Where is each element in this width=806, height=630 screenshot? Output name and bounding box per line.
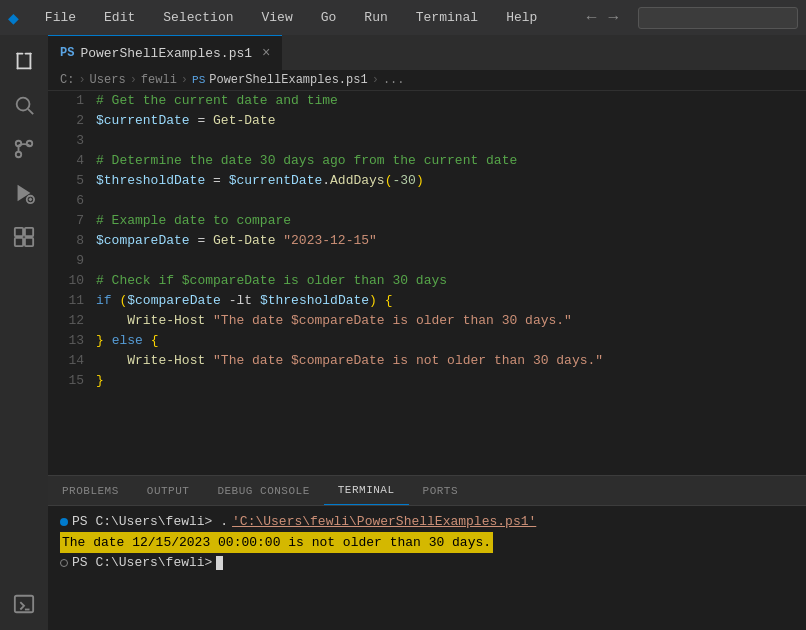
terminal-script-path: 'C:\Users\fewli\PowerShellExamples.ps1' [232, 512, 536, 532]
code-line-1: # Get the current date and time [96, 91, 806, 111]
menubar: ◆ File Edit Selection View Go Run Termin… [0, 0, 806, 35]
code-line-7: # Example date to compare [96, 211, 806, 231]
code-line-2: $currentDate = Get-Date [96, 111, 806, 131]
terminal-dot-white [60, 559, 68, 567]
breadcrumb: C: › Users › fewli › PS PowerShellExampl… [48, 70, 806, 91]
tab-debug-console[interactable]: DEBUG CONSOLE [203, 476, 323, 505]
code-editor[interactable]: 1 2 3 4 5 6 7 8 9 10 11 12 13 14 15 # Ge… [48, 91, 806, 475]
breadcrumb-user: fewli [141, 73, 177, 87]
terminal-content[interactable]: PS C:\Users\fewli> . 'C:\Users\fewli\Pow… [48, 506, 806, 630]
svg-rect-17 [25, 238, 33, 246]
forward-arrow-icon[interactable]: → [604, 7, 622, 29]
terminal-prompt-1: PS C:\Users\fewli> . [72, 512, 228, 532]
svg-point-5 [17, 98, 30, 111]
code-line-12: Write-Host "The date $compareDate is old… [96, 311, 806, 331]
svg-rect-3 [30, 53, 32, 70]
code-line-11: if ($compareDate -lt $thresholdDate) { [96, 291, 806, 311]
activity-bar [0, 35, 48, 630]
svg-rect-15 [25, 228, 33, 236]
tab-terminal[interactable]: TERMINAL [324, 476, 409, 505]
nav-buttons: ← → [583, 7, 622, 29]
terminal-line-1: PS C:\Users\fewli> . 'C:\Users\fewli\Pow… [60, 512, 794, 532]
terminal-icon[interactable] [6, 586, 42, 622]
svg-rect-4 [25, 53, 31, 55]
editor-area: PS PowerShellExamples.ps1 × C: › Users ›… [48, 35, 806, 630]
terminal-line-2: The date 12/15/2023 00:00:00 is not olde… [60, 532, 794, 554]
tab-powershell[interactable]: PS PowerShellExamples.ps1 × [48, 35, 282, 70]
breadcrumb-c: C: [60, 73, 74, 87]
tab-close-button[interactable]: × [262, 45, 270, 61]
code-line-14: Write-Host "The date $compareDate is not… [96, 351, 806, 371]
svg-rect-18 [15, 596, 33, 613]
svg-rect-16 [15, 238, 23, 246]
line-numbers: 1 2 3 4 5 6 7 8 9 10 11 12 13 14 15 [48, 91, 96, 475]
search-icon[interactable] [6, 87, 42, 123]
tab-filename: PowerShellExamples.ps1 [80, 46, 252, 61]
menu-file[interactable]: File [39, 8, 82, 27]
code-line-6 [96, 191, 806, 211]
back-arrow-icon[interactable]: ← [583, 7, 601, 29]
menu-help[interactable]: Help [500, 8, 543, 27]
code-line-10: # Check if $compareDate is older than 30… [96, 271, 806, 291]
tab-problems[interactable]: PROBLEMS [48, 476, 133, 505]
source-control-icon[interactable] [6, 131, 42, 167]
menu-edit[interactable]: Edit [98, 8, 141, 27]
menu-go[interactable]: Go [315, 8, 343, 27]
breadcrumb-ps-icon: PS [192, 74, 205, 86]
terminal-panel: PROBLEMS OUTPUT DEBUG CONSOLE TERMINAL P… [48, 475, 806, 630]
terminal-dot-blue [60, 518, 68, 526]
svg-rect-1 [17, 53, 19, 70]
breadcrumb-ellipsis: ... [383, 73, 405, 87]
terminal-prompt-2: PS C:\Users\fewli> [72, 553, 212, 573]
ps-file-icon: PS [60, 46, 74, 60]
code-line-9 [96, 251, 806, 271]
terminal-output-highlighted: The date 12/15/2023 00:00:00 is not olde… [60, 532, 493, 554]
explorer-icon[interactable] [6, 43, 42, 79]
svg-point-7 [16, 152, 22, 158]
code-line-8: $compareDate = Get-Date "2023-12-15" [96, 231, 806, 251]
search-input[interactable] [638, 7, 798, 29]
tab-ports[interactable]: PORTS [409, 476, 473, 505]
tabs-bar: PS PowerShellExamples.ps1 × [48, 35, 806, 70]
menu-view[interactable]: View [256, 8, 299, 27]
svg-line-6 [28, 109, 33, 114]
code-line-4: # Determine the date 30 days ago from th… [96, 151, 806, 171]
terminal-line-3: PS C:\Users\fewli> [60, 553, 794, 573]
main-layout: PS PowerShellExamples.ps1 × C: › Users ›… [0, 35, 806, 630]
menu-selection[interactable]: Selection [157, 8, 239, 27]
extensions-icon[interactable] [6, 219, 42, 255]
breadcrumb-filename: PowerShellExamples.ps1 [209, 73, 367, 87]
menu-terminal[interactable]: Terminal [410, 8, 484, 27]
tab-output[interactable]: OUTPUT [133, 476, 204, 505]
code-line-15: } [96, 371, 806, 391]
svg-rect-14 [15, 228, 23, 236]
code-line-13: } else { [96, 331, 806, 351]
terminal-tabs: PROBLEMS OUTPUT DEBUG CONSOLE TERMINAL P… [48, 476, 806, 506]
code-content: # Get the current date and time $current… [96, 91, 806, 475]
terminal-cursor [216, 556, 223, 570]
breadcrumb-users: Users [90, 73, 126, 87]
svg-rect-2 [17, 67, 32, 69]
code-line-5: $thresholdDate = $currentDate.AddDays(-3… [96, 171, 806, 191]
menu-run[interactable]: Run [358, 8, 393, 27]
code-line-3 [96, 131, 806, 151]
run-debug-icon[interactable] [6, 175, 42, 211]
vscode-logo-icon: ◆ [8, 7, 19, 29]
